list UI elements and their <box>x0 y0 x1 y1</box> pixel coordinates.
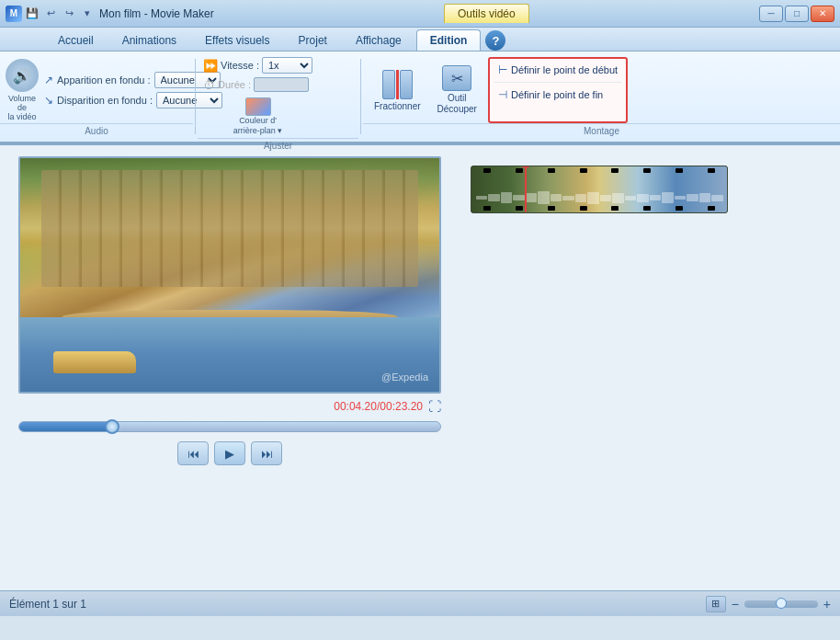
couleur-label: Couleur d'arrière-plan ▾ <box>233 116 283 136</box>
point-fin-icon: ⊣ <box>498 88 507 101</box>
waveform-bar <box>501 192 513 203</box>
window-title: Mon film - Movie Maker <box>99 7 214 20</box>
film-hole <box>516 168 523 173</box>
montage-section-label: Montage <box>363 123 840 138</box>
frac-icon-left <box>382 70 395 99</box>
waveform <box>471 190 727 205</box>
point-debut-btn[interactable]: ⊢ Définir le point de début <box>494 62 621 78</box>
tab-effets-visuels[interactable]: Effets visuels <box>191 29 283 51</box>
time-display: 00:04.20/00:23.20 ⛶ <box>334 399 441 414</box>
vitesse-icon: ⏩ <box>203 59 218 73</box>
film-hole <box>483 206 491 211</box>
app-icon: M <box>6 6 22 22</box>
film-hole <box>675 168 683 173</box>
vitesse-label: Vitesse : <box>221 60 259 71</box>
couleur-btn[interactable]: Couleur d'arrière-plan ▾ <box>203 96 312 138</box>
help-button[interactable]: ? <box>485 30 505 51</box>
zoom-thumb[interactable] <box>776 598 787 609</box>
point-divider <box>494 82 621 83</box>
point-debut-label: Définir le point de début <box>511 64 618 75</box>
volume-col: 🔊 Volume dela vidéo <box>6 59 39 121</box>
filmstrip-holes-bottom <box>471 206 727 211</box>
title-bar-left: M 💾 ↩ ↪ ▾ Mon film - Movie Maker <box>6 6 214 22</box>
zoom-minus-btn[interactable]: − <box>732 597 739 611</box>
montage-group-top: Fractionner ✂ OutilDécouper ⊢ Définir le… <box>363 55 840 123</box>
next-frame-btn[interactable]: ⏭ <box>251 441 282 465</box>
time-total: 00:23.20 <box>380 400 423 413</box>
frac-icon-wrap <box>382 70 413 99</box>
duree-input[interactable] <box>254 77 309 92</box>
qa-save-btn[interactable]: 💾 <box>24 6 40 22</box>
time-current: 00:04.20 <box>334 400 377 413</box>
tab-projet[interactable]: Projet <box>285 29 341 51</box>
ribbon: 🔊 Volume dela vidéo ↗ Apparition en fond… <box>0 51 840 145</box>
outil-label: OutilDécouper <box>437 93 477 115</box>
qa-redo-btn[interactable]: ↪ <box>61 6 77 22</box>
duree-label: Durée : <box>218 79 251 90</box>
film-hole <box>708 168 715 173</box>
outils-video-tab: Outils vidéo <box>444 4 529 23</box>
fullscreen-icon[interactable]: ⛶ <box>428 399 441 414</box>
audio-group-top: 🔊 Volume dela vidéo ↗ Apparition en fond… <box>0 55 193 123</box>
tab-edition[interactable]: Edition <box>416 29 482 51</box>
tab-animations[interactable]: Animations <box>108 29 190 51</box>
filmstrip[interactable] <box>471 166 728 213</box>
fractionner-btn[interactable]: Fractionner <box>369 57 426 123</box>
vitesse-row: ⏩ Vitesse : 1x 0.5x 2x 4x <box>203 57 312 74</box>
progress-bar[interactable] <box>18 421 441 432</box>
ribbon-montage-group: Fractionner ✂ OutilDécouper ⊢ Définir le… <box>363 55 840 138</box>
filmstrip-image <box>471 166 727 212</box>
playback-controls: ⏮ ▶ ⏭ <box>177 441 282 465</box>
waveform-bar <box>476 196 488 200</box>
waveform-bar <box>551 194 562 201</box>
zoom-plus-btn[interactable]: + <box>823 597 831 611</box>
frac-divider <box>396 70 399 99</box>
point-debut-icon: ⊢ <box>498 63 507 76</box>
ajuster-inner: ⏩ Vitesse : 1x 0.5x 2x 4x ⏱ Durée : <box>203 57 312 138</box>
apparition-label: Apparition en fondu : <box>57 74 151 86</box>
playhead[interactable] <box>525 166 527 213</box>
point-buttons: ⊢ Définir le point de début ⊣ Définir le… <box>488 57 628 123</box>
play-btn[interactable]: ▶ <box>214 441 245 465</box>
tab-accueil[interactable]: Accueil <box>44 29 108 51</box>
tab-affichage[interactable]: Affichage <box>342 29 415 51</box>
ajuster-group-top: ⏩ Vitesse : 1x 0.5x 2x 4x ⏱ Durée : <box>198 55 358 138</box>
film-hole <box>643 168 651 173</box>
time-text: 00:04.20/00:23.20 <box>334 400 423 413</box>
audio-inner: 🔊 Volume dela vidéo ↗ Apparition en fond… <box>6 59 222 121</box>
outil-decouper-btn[interactable]: ✂ OutilDécouper <box>432 57 482 123</box>
qa-dropdown-btn[interactable]: ▾ <box>79 6 96 22</box>
waveform-bar <box>600 195 612 201</box>
montage-inner: Fractionner ✂ OutilDécouper ⊢ Définir le… <box>369 57 628 123</box>
waveform-bar <box>513 195 525 200</box>
maximize-button[interactable]: □ <box>785 6 809 22</box>
point-fin-label: Définir le point de fin <box>511 89 603 100</box>
ribbon-audio-group: 🔊 Volume dela vidéo ↗ Apparition en fond… <box>0 55 193 138</box>
qa-undo-btn[interactable]: ↩ <box>42 6 59 22</box>
filmstrip-holes-top <box>471 168 727 173</box>
timeline-area <box>460 145 840 590</box>
duree-row: ⏱ Durée : <box>203 77 312 92</box>
outil-icon: ✂ <box>442 65 471 91</box>
film-hole <box>548 168 555 173</box>
apparition-icon: ↗ <box>44 74 53 86</box>
disparition-icon: ↘ <box>44 94 53 107</box>
film-hole <box>548 206 555 211</box>
audio-section-label: Audio <box>0 123 193 138</box>
waveform-bar <box>612 193 624 203</box>
progress-thumb[interactable] <box>105 419 119 434</box>
point-fin-btn[interactable]: ⊣ Définir le point de fin <box>494 86 621 103</box>
ribbon-content: 🔊 Volume dela vidéo ↗ Apparition en fond… <box>0 51 840 143</box>
vitesse-select[interactable]: 1x 0.5x 2x 4x <box>262 57 312 74</box>
film-hole <box>580 206 587 211</box>
volume-icon[interactable]: 🔊 <box>6 59 39 92</box>
film-hole <box>483 168 491 173</box>
close-button[interactable]: ✕ <box>811 6 834 22</box>
film-hole <box>516 206 523 211</box>
prev-frame-btn[interactable]: ⏮ <box>177 441 209 465</box>
waveform-bar <box>526 193 538 202</box>
fit-window-btn[interactable]: ⊞ <box>706 596 726 612</box>
frac-icon-right <box>400 70 413 99</box>
minimize-button[interactable]: ─ <box>759 6 783 22</box>
zoom-slider[interactable] <box>744 600 818 608</box>
